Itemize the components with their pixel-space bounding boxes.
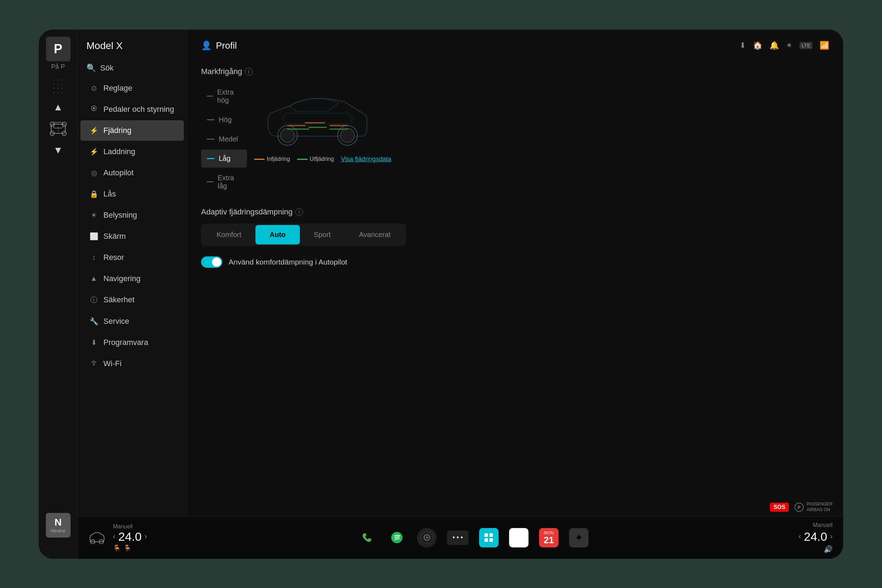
car-bottom-icon <box>88 532 106 544</box>
visa-fjaderingsdata-link[interactable]: Visa fjädringsdata <box>341 156 391 163</box>
height-option-medel[interactable]: Medel <box>201 130 247 148</box>
height-label-extra-lag: Extra låg <box>218 174 242 190</box>
sidebar: Model X 🔍 Sök ⊙ Reglage Pedaler och styr… <box>78 30 187 516</box>
search-item[interactable]: 🔍 Sök <box>78 58 187 78</box>
taskbar-seat-icons: 🪑 🪑 <box>113 544 147 552</box>
height-option-extra-lag[interactable]: Extra låg <box>201 169 247 195</box>
taskbar-spotify-icon[interactable] <box>387 528 406 548</box>
sidebar-item-las[interactable]: 🔒 Lås <box>81 184 184 204</box>
taskbar-phone-icon[interactable] <box>357 528 376 548</box>
height-option-hog[interactable]: Hög <box>201 111 247 129</box>
belysning-icon: ☀ <box>89 211 98 219</box>
sidebar-item-resor[interactable]: ↕ Resor <box>81 247 184 268</box>
bluetooth-icon[interactable]: ✴ <box>786 41 792 50</box>
taskbar-calendar-icon[interactable]: MON 21 <box>539 528 558 548</box>
search-label: Sök <box>100 63 114 73</box>
sidebar-label-programvara: Programvara <box>104 338 148 347</box>
legend-infjadring-label: Infjädring <box>267 156 290 162</box>
markfrigaang-info-icon[interactable]: i <box>245 68 253 75</box>
main-area: Model X 🔍 Sök ⊙ Reglage Pedaler och styr… <box>78 30 843 516</box>
resor-icon: ↕ <box>89 253 98 261</box>
gear-n-indicator[interactable]: N Neutral <box>46 513 70 537</box>
download-icon[interactable]: ⬇ <box>740 41 746 50</box>
sidebar-label-las: Lås <box>104 189 116 199</box>
taskbar-more-icon[interactable]: • • • <box>447 531 468 545</box>
sidebar-label-resor: Resor <box>104 253 124 262</box>
sidebar-item-reglage[interactable]: ⊙ Reglage <box>81 78 184 98</box>
svg-rect-28 <box>484 538 488 542</box>
service-icon: 🔧 <box>89 317 98 326</box>
taskbar: Manuell ‹ 24.0 › 🪑 🪑 <box>78 516 843 559</box>
comfort-autopilot-toggle[interactable] <box>201 256 222 268</box>
height-dash-hog <box>207 119 214 120</box>
sidebar-label-fjadring: Fjädring <box>104 126 131 135</box>
damping-btn-sport[interactable]: Sport <box>300 225 345 244</box>
damping-btn-auto[interactable]: Auto <box>255 225 300 244</box>
svg-point-25 <box>426 537 428 538</box>
height-option-extra-hog[interactable]: Extra hög <box>201 83 247 110</box>
taskbar-temp-decrease-left[interactable]: ‹ <box>113 532 116 541</box>
taskbar-temp-row-left: ‹ 24.0 › <box>113 530 147 543</box>
gear-p-indicator[interactable]: P <box>46 37 70 62</box>
taskbar-camera-icon[interactable] <box>417 528 436 548</box>
navigering-icon: ▲ <box>89 274 98 282</box>
home-icon[interactable]: 🏠 <box>753 41 762 50</box>
taskbar-temp-row-right: ‹ 24.0 › <box>798 530 832 543</box>
taskbar-left-group: Manuell ‹ 24.0 › 🪑 🪑 <box>88 524 147 552</box>
sidebar-item-laddning[interactable]: ⚡ Laddning <box>81 141 184 162</box>
airbag-icon: P <box>794 502 804 513</box>
profile-title-area: 👤 Profil <box>201 40 237 51</box>
taskbar-temp-decrease-right[interactable]: ‹ <box>798 532 801 541</box>
damping-btn-komfort[interactable]: Komfort <box>202 225 255 244</box>
svg-rect-26 <box>484 533 488 537</box>
height-selector: Extra hög Hög Medel Låg <box>201 83 247 195</box>
legend-infjadring: Infjädring <box>254 156 290 162</box>
taskbar-app-square-icon[interactable] <box>479 528 498 548</box>
svg-point-9 <box>93 364 94 365</box>
sidebar-item-wifi[interactable]: Wi-Fi <box>81 353 184 374</box>
model-title: Model X <box>78 37 187 58</box>
profile-icon: 👤 <box>201 40 212 51</box>
svg-point-12 <box>280 128 295 142</box>
svg-rect-29 <box>489 538 493 542</box>
taskbar-app-white-icon[interactable] <box>509 528 528 548</box>
sidebar-label-service: Service <box>104 317 129 326</box>
seat-icon-2: 🪑 <box>123 544 131 552</box>
gear-arrow-up-icon[interactable]: ▲ <box>53 102 63 113</box>
gear-arrow-down-icon[interactable]: ▼ <box>53 145 63 156</box>
height-dash-lag <box>207 158 214 159</box>
toggle-section: Använd komfortdämpning i Autopilot <box>201 256 829 268</box>
sidebar-item-navigering[interactable]: ▲ Navigering <box>81 268 184 289</box>
sos-badge[interactable]: SOS <box>770 502 789 512</box>
damping-buttons: Komfort Auto Sport Avancerat <box>201 224 406 246</box>
sidebar-item-sakerhet[interactable]: ⓘ Säkerhet <box>81 290 184 310</box>
height-label-medel: Medel <box>219 135 238 143</box>
autopilot-icon: ◎ <box>89 169 98 177</box>
damping-btn-avancerat[interactable]: Avancerat <box>345 225 405 244</box>
damping-info-icon[interactable]: i <box>295 208 303 216</box>
taskbar-temp-increase-right[interactable]: › <box>830 532 832 541</box>
sidebar-item-belysning[interactable]: ☀ Belysning <box>81 205 184 225</box>
taskbar-stars-icon[interactable]: ✦ <box>569 528 588 548</box>
sidebar-item-autopilot[interactable]: ◎ Autopilot <box>81 163 184 183</box>
taskbar-temp-increase-left[interactable]: › <box>145 532 147 541</box>
sidebar-item-pedaler[interactable]: Pedaler och styrning <box>81 99 184 120</box>
svg-text:P: P <box>798 505 801 510</box>
sidebar-item-service[interactable]: 🔧 Service <box>81 311 184 332</box>
gear-panel: P På P • • •• • •• • •• • • ▲ ▼ N Neutra… <box>39 30 78 559</box>
sidebar-label-skarm: Skärm <box>104 232 126 241</box>
taskbar-temp-label-left: Manuell <box>113 524 147 530</box>
programvara-icon: ⬇ <box>89 338 98 347</box>
height-option-lag[interactable]: Låg <box>201 150 247 168</box>
volume-icon[interactable]: 🔊 <box>824 545 832 554</box>
profile-label: Profil <box>216 40 237 51</box>
sidebar-item-skarm[interactable]: ⬜ Skärm <box>81 226 184 246</box>
sidebar-item-programvara[interactable]: ⬇ Programvara <box>81 332 184 353</box>
airbag-label: PASSENGERAIRBAG ON <box>807 502 832 513</box>
sidebar-item-fjadring[interactable]: ⚡ Fjädring <box>81 120 184 141</box>
bell-icon[interactable]: 🔔 <box>770 41 779 50</box>
content-panel: 👤 Profil ⬇ 🏠 🔔 ✴ LTE 📶 Markfrigång i <box>187 30 843 516</box>
svg-rect-27 <box>489 533 493 537</box>
svg-point-13 <box>340 128 355 142</box>
header-icons: ⬇ 🏠 🔔 ✴ LTE 📶 <box>740 41 829 50</box>
